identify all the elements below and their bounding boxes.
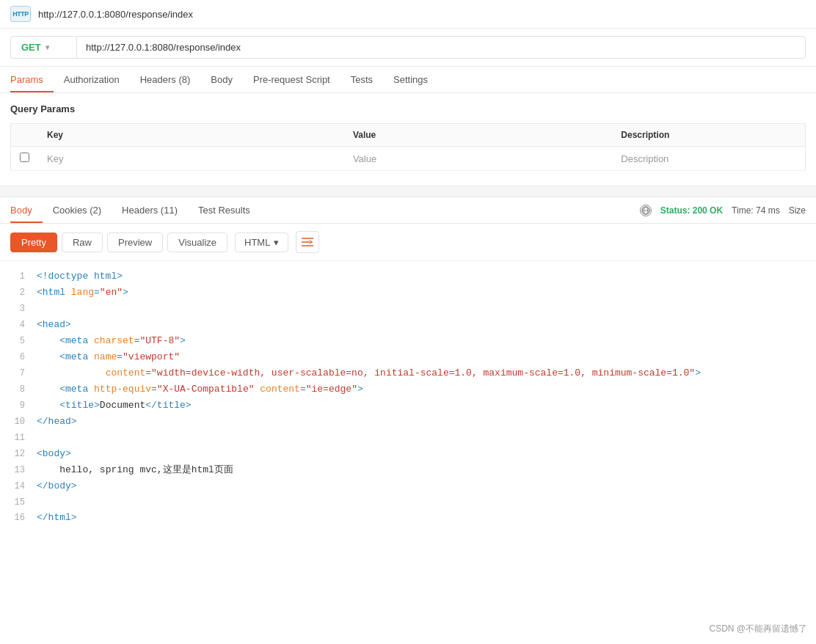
description-header: Description (612, 124, 805, 147)
params-table: Key Value Description Key Value Descript… (10, 123, 806, 171)
key-header: Key (38, 124, 344, 147)
tab-tests[interactable]: Tests (340, 67, 383, 92)
description-cell[interactable]: Description (612, 147, 805, 171)
value-header: Value (344, 124, 612, 147)
code-line-3: 3 (10, 301, 806, 316)
table-row: Key Value Description (11, 147, 806, 171)
view-controls: Pretty Raw Preview Visualize HTML ▾ (0, 224, 816, 261)
checkbox-header (11, 124, 39, 147)
code-line-12: 12 <body> (10, 446, 806, 462)
view-preview-button[interactable]: Preview (107, 233, 163, 252)
wrap-icon[interactable] (296, 231, 319, 253)
code-line-4: 4 <head> (10, 317, 806, 333)
top-bar-url: http://127.0.0.1:8080/response/index (38, 9, 193, 20)
tab-params[interactable]: Params (10, 67, 54, 92)
code-line-2: 2 <html lang="en"> (10, 285, 806, 301)
code-line-15: 15 (10, 494, 806, 510)
method-label: GET (21, 42, 41, 53)
code-line-5: 5 <meta charset="UTF-8"> (10, 333, 806, 349)
code-area: 1 <!doctype html> 2 <html lang="en"> 3 4… (0, 261, 816, 533)
globe-icon (640, 205, 652, 216)
url-input[interactable] (76, 36, 806, 59)
request-type-icon: HTTP (10, 6, 31, 22)
response-tab-cookies[interactable]: Cookies (2) (43, 197, 112, 223)
tab-body[interactable]: Body (200, 67, 243, 92)
view-raw-button[interactable]: Raw (62, 233, 103, 252)
status-text: Status: 200 OK (660, 205, 723, 216)
response-section: Body Cookies (2) Headers (11) Test Resul… (0, 197, 816, 533)
request-tabs: Params Authorization Headers (8) Body Pr… (0, 67, 816, 93)
row-checkbox-cell (11, 147, 39, 171)
view-visualize-button[interactable]: Visualize (167, 233, 227, 252)
format-chevron-icon: ▾ (274, 237, 279, 248)
response-status: Status: 200 OK (660, 205, 723, 216)
response-meta: Status: 200 OK Time: 74 ms Size (640, 205, 806, 216)
code-line-9: 9 <title>Document</title> (10, 398, 806, 414)
view-pretty-button[interactable]: Pretty (10, 233, 57, 252)
code-line-11: 11 (10, 430, 806, 445)
method-select[interactable]: GET ▾ (10, 36, 76, 59)
response-time: Time: 74 ms (732, 205, 780, 216)
response-size: Size (789, 205, 806, 216)
format-select[interactable]: HTML ▾ (235, 233, 288, 252)
value-cell[interactable]: Value (344, 147, 612, 171)
tab-authorization[interactable]: Authorization (54, 67, 130, 92)
section-divider (0, 186, 816, 197)
method-chevron-icon: ▾ (45, 43, 49, 51)
key-cell[interactable]: Key (38, 147, 344, 171)
code-line-14: 14 </body> (10, 478, 806, 494)
url-bar: GET ▾ (0, 29, 816, 67)
code-line-13: 13 hello, spring mvc,这里是html页面 (10, 462, 806, 478)
code-line-8: 8 <meta http-equiv="X-UA-Compatible" con… (10, 381, 806, 398)
response-tabs-row: Body Cookies (2) Headers (11) Test Resul… (0, 197, 816, 224)
tab-settings[interactable]: Settings (383, 67, 438, 92)
query-params-title: Query Params (10, 103, 806, 114)
response-tab-body[interactable]: Body (10, 197, 43, 223)
code-line-10: 10 </head> (10, 414, 806, 430)
code-line-7: 7 content="width=device-width, user-scal… (10, 365, 806, 381)
response-tab-test-results[interactable]: Test Results (188, 197, 261, 223)
code-line-16: 16 </html> (10, 510, 806, 526)
code-line-6: 6 <meta name="viewport" (10, 349, 806, 365)
top-bar: HTTP http://127.0.0.1:8080/response/inde… (0, 0, 816, 29)
format-label: HTML (244, 237, 270, 248)
params-section: Query Params Key Value Description Key V… (0, 93, 816, 171)
code-line-1: 1 <!doctype html> (10, 268, 806, 285)
tab-pre-request-script[interactable]: Pre-request Script (243, 67, 340, 92)
response-tab-headers[interactable]: Headers (11) (112, 197, 188, 223)
row-checkbox[interactable] (20, 153, 29, 162)
tab-headers[interactable]: Headers (8) (130, 67, 201, 92)
